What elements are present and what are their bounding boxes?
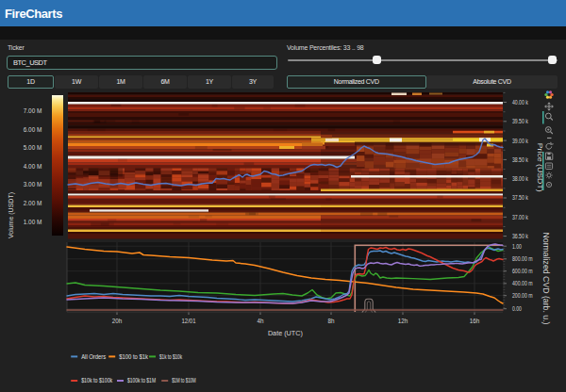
svg-text:4.00 M: 4.00 M [24,163,42,170]
svg-text:2.00 M: 2.00 M [24,200,42,206]
svg-text:20h: 20h [112,318,123,324]
svg-text:1.00 M: 1.00 M [24,219,42,225]
svg-text:38.00 k: 38.00 k [512,175,528,182]
svg-text:12/01: 12/01 [182,318,196,324]
svg-text:4h: 4h [258,318,264,324]
svg-text:5.00 M: 5.00 M [24,144,42,151]
svg-text:$100k to $1M: $100k to $1M [127,377,156,384]
svg-text:7.00 M: 7.00 M [24,107,42,114]
svg-text:37.50 k: 37.50 k [512,194,528,201]
svg-text:12h: 12h [398,318,408,324]
svg-text:38.50 k: 38.50 k [512,156,528,163]
svg-text:$100 to $1k: $100 to $1k [119,353,148,360]
svg-text:$10k to $100k: $10k to $100k [81,377,112,384]
svg-text:$1k to $10k: $1k to $10k [159,353,182,360]
svg-text:Volume (USDT): Volume (USDT) [7,192,15,238]
svg-text:800.00 m: 800.00 m [512,255,533,262]
svg-text:37.00 k: 37.00 k [512,214,528,220]
svg-text:Normalized CVD (arb. u.): Normalized CVD (arb. u.) [541,233,551,325]
svg-text:8h: 8h [328,318,335,324]
svg-text:200.00 m: 200.00 m [512,292,533,299]
svg-text:3.00 M: 3.00 M [24,181,42,188]
svg-text:All Orders: All Orders [81,353,107,360]
svg-text:0.00: 0.00 [512,305,522,312]
svg-text:600.00 m: 600.00 m [512,268,533,274]
svg-text:$1M to $10M: $1M to $10M [172,377,196,384]
svg-text:39.00 k: 39.00 k [512,138,528,144]
svg-text:6.00 M: 6.00 M [24,126,42,133]
svg-text:400.00 m: 400.00 m [512,280,533,286]
svg-text:36.50 k: 36.50 k [512,233,528,239]
svg-text:1.00: 1.00 [512,243,522,250]
svg-text:39.50 k: 39.50 k [512,118,528,124]
svg-text:40.00 k: 40.00 k [512,99,528,106]
svg-text:16h: 16h [470,318,480,324]
svg-text:Date (UTC): Date (UTC) [268,329,303,337]
